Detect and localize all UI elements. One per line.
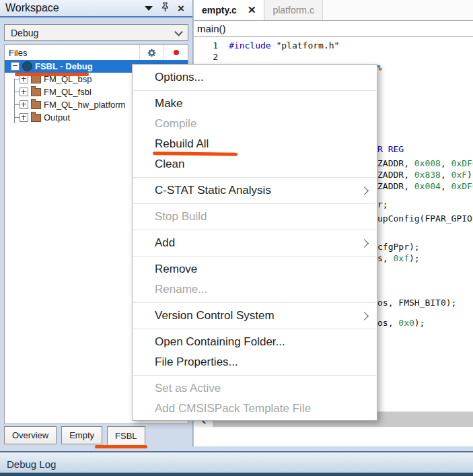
configuration-dropdown[interactable]: Debug (4, 24, 188, 41)
folder-icon (31, 75, 41, 83)
code-fragment: cfgPpr); (377, 242, 420, 252)
menu-item-make[interactable]: Make (133, 94, 377, 114)
context-menu: Options... Make Compile Rebuild All Clea… (132, 64, 377, 421)
folder-icon (31, 101, 41, 109)
folder-icon (31, 114, 41, 122)
menu-item-clean[interactable]: Clean (133, 154, 377, 174)
menu-item-set-as-active: Set as Active (133, 378, 377, 399)
workspace-titlebar[interactable]: Workspace × (0, 0, 192, 18)
menu-item-options[interactable]: Options... (133, 67, 377, 88)
chevron-down-icon (174, 28, 183, 36)
menu-item-file-properties[interactable]: File Properties... (133, 352, 377, 372)
code-fragment: " (377, 66, 383, 76)
code-fragment: ZADDR, 0x008, 0xDF0D7 (377, 158, 473, 168)
tree-row-label: Output (44, 112, 70, 123)
folder-icon (31, 88, 41, 96)
workspace-tab-empty[interactable]: Empty (61, 426, 102, 444)
menu-separator (133, 256, 376, 257)
tab-close-icon[interactable]: ✕ (248, 4, 256, 16)
function-breadcrumb[interactable]: main() (194, 21, 473, 37)
menu-item-add-cmsispack-template-file: Add CMSISPack Template File (133, 399, 377, 419)
menu-separator (133, 375, 376, 376)
close-icon[interactable]: × (178, 3, 184, 14)
workspace-tab-overview[interactable]: Overview (4, 426, 57, 444)
ide-window: Workspace × Debug Files (0, 0, 473, 476)
submenu-arrow-icon (360, 186, 369, 195)
menu-item-open-containing-folder[interactable]: Open Containing Folder... (133, 332, 377, 352)
menu-item-add[interactable]: Add (133, 233, 377, 253)
red-underline-annotation (15, 73, 89, 76)
code-fragment: ZADDR, 0x004, 0xDF0D7 (377, 181, 473, 191)
menu-item-stop-build: Stop Build (133, 207, 377, 227)
code-line: 2 (194, 52, 229, 62)
files-header-gear-column[interactable] (139, 45, 163, 60)
expand-plus-icon[interactable] (20, 100, 28, 109)
menu-item-remove[interactable]: Remove (133, 259, 377, 279)
tree-row-label: FM_QL_hw_platform (44, 100, 125, 110)
project-icon (22, 61, 32, 71)
configuration-value: Debug (11, 28, 38, 38)
menu-separator (133, 90, 376, 91)
tree-row-label: FSBL - Debug (35, 61, 93, 71)
editor-tab-empty-c[interactable]: empty.c ✕ (194, 0, 264, 20)
editor-tab-platform-c[interactable]: platform.c (264, 0, 322, 20)
menu-item-cstat-static-analysis[interactable]: C-STAT Static Analysis (133, 180, 377, 201)
code-fragment: os, 0x0); (377, 318, 425, 328)
code-fragment: R REG (377, 144, 404, 154)
workspace-tab-fsbl[interactable]: FSBL (107, 426, 145, 446)
menu-separator (133, 329, 376, 329)
collapse-expander-icon[interactable] (11, 62, 20, 71)
submenu-arrow-icon (360, 239, 369, 248)
record-dot-icon (174, 50, 179, 55)
expand-plus-icon[interactable] (20, 113, 28, 122)
code-fragment: ZADDR, 0x838, 0xF); (377, 170, 473, 180)
pin-icon[interactable] (161, 2, 169, 15)
debug-log-label: Debug Log (7, 458, 56, 470)
window-bottom-edge (0, 473, 473, 476)
menu-separator (133, 302, 376, 303)
submenu-arrow-icon (360, 312, 369, 320)
code-fragment: s, 0xf); (377, 253, 420, 263)
menu-separator (133, 230, 376, 230)
files-header-label: Files (5, 48, 139, 58)
menu-separator (133, 203, 376, 204)
menu-item-version-control-system[interactable]: Version Control System (133, 306, 377, 326)
code-line: 1#include "platform.h" (194, 40, 339, 50)
tree-row-label: FM_QL_fsbl (44, 87, 92, 97)
expand-plus-icon[interactable] (20, 88, 28, 96)
workspace-tab-bar: Overview Empty FSBL (4, 426, 145, 446)
gear-icon (147, 48, 156, 57)
code-fragment: os, FMSH_BIT0); (377, 298, 456, 308)
workspace-titlebar-icons: × (145, 2, 187, 15)
menu-separator (133, 177, 376, 178)
editor-tab-bar: empty.c ✕ platform.c (194, 0, 473, 21)
files-header-status-column[interactable] (163, 45, 188, 60)
collapse-chevron-icon[interactable] (145, 6, 153, 11)
code-fragment: r; (377, 199, 388, 209)
red-underline-annotation (95, 445, 147, 448)
menu-item-compile: Compile (133, 114, 377, 134)
workspace-title: Workspace (5, 2, 145, 14)
files-header: Files (5, 45, 188, 61)
menu-item-rename: Rename... (133, 279, 377, 300)
code-fragment: upConfig(FPAR_GPIOPS_ (377, 213, 473, 224)
